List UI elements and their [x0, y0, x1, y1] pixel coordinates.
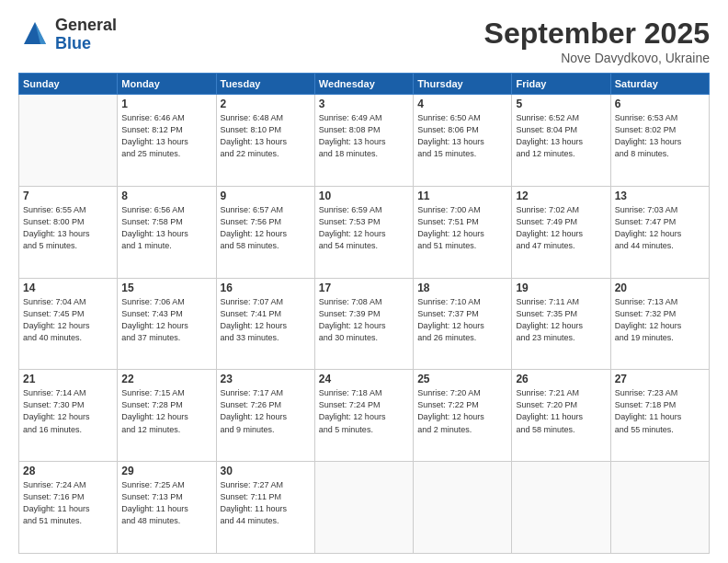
- day-cell: 16Sunrise: 7:07 AM Sunset: 7:41 PM Dayli…: [216, 278, 314, 370]
- day-number: 21: [23, 373, 113, 385]
- day-cell: 18Sunrise: 7:10 AM Sunset: 7:37 PM Dayli…: [414, 278, 512, 370]
- day-number: 10: [319, 190, 409, 202]
- day-cell: 9Sunrise: 6:57 AM Sunset: 7:56 PM Daylig…: [216, 186, 314, 278]
- day-info: Sunrise: 7:14 AM Sunset: 7:30 PM Dayligh…: [23, 387, 113, 435]
- title-block: September 2025 Nove Davydkovo, Ukraine: [484, 17, 710, 65]
- day-number: 30: [221, 465, 311, 477]
- weekday-header-tuesday: Tuesday: [216, 74, 314, 95]
- day-number: 28: [23, 465, 113, 477]
- day-number: 6: [615, 98, 705, 110]
- day-cell: 25Sunrise: 7:20 AM Sunset: 7:22 PM Dayli…: [414, 370, 512, 462]
- day-info: Sunrise: 7:21 AM Sunset: 7:20 PM Dayligh…: [516, 387, 606, 435]
- week-row-2: 7Sunrise: 6:55 AM Sunset: 8:00 PM Daylig…: [19, 186, 710, 278]
- day-number: 2: [221, 98, 311, 110]
- day-info: Sunrise: 6:49 AM Sunset: 8:08 PM Dayligh…: [319, 112, 409, 160]
- day-info: Sunrise: 6:57 AM Sunset: 7:56 PM Dayligh…: [221, 204, 311, 252]
- day-cell: 3Sunrise: 6:49 AM Sunset: 8:08 PM Daylig…: [314, 95, 413, 187]
- day-info: Sunrise: 7:27 AM Sunset: 7:11 PM Dayligh…: [221, 479, 311, 527]
- day-cell: 28Sunrise: 7:24 AM Sunset: 7:16 PM Dayli…: [19, 462, 118, 554]
- weekday-header-sunday: Sunday: [19, 74, 118, 95]
- day-info: Sunrise: 7:11 AM Sunset: 7:35 PM Dayligh…: [516, 296, 606, 344]
- day-number: 12: [516, 190, 606, 202]
- day-info: Sunrise: 7:03 AM Sunset: 7:47 PM Dayligh…: [615, 204, 705, 252]
- day-info: Sunrise: 6:52 AM Sunset: 8:04 PM Dayligh…: [516, 112, 606, 160]
- day-info: Sunrise: 7:15 AM Sunset: 7:28 PM Dayligh…: [121, 387, 211, 435]
- day-number: 26: [516, 373, 606, 385]
- day-info: Sunrise: 7:18 AM Sunset: 7:24 PM Dayligh…: [319, 387, 409, 435]
- day-number: 3: [319, 98, 409, 110]
- day-info: Sunrise: 7:06 AM Sunset: 7:43 PM Dayligh…: [121, 296, 211, 344]
- day-cell: 24Sunrise: 7:18 AM Sunset: 7:24 PM Dayli…: [314, 370, 413, 462]
- day-number: 16: [221, 282, 311, 294]
- day-info: Sunrise: 7:02 AM Sunset: 7:49 PM Dayligh…: [516, 204, 606, 252]
- day-info: Sunrise: 7:25 AM Sunset: 7:13 PM Dayligh…: [121, 479, 211, 527]
- day-info: Sunrise: 7:20 AM Sunset: 7:22 PM Dayligh…: [417, 387, 507, 435]
- day-cell: [19, 95, 118, 187]
- day-cell: 23Sunrise: 7:17 AM Sunset: 7:26 PM Dayli…: [216, 370, 314, 462]
- day-info: Sunrise: 6:56 AM Sunset: 7:58 PM Dayligh…: [121, 204, 211, 252]
- logo: General Blue: [18, 17, 117, 53]
- day-info: Sunrise: 7:00 AM Sunset: 7:51 PM Dayligh…: [417, 204, 507, 252]
- day-number: 19: [516, 282, 606, 294]
- day-number: 1: [121, 98, 211, 110]
- week-row-1: 1Sunrise: 6:46 AM Sunset: 8:12 PM Daylig…: [19, 95, 710, 187]
- day-cell: 2Sunrise: 6:48 AM Sunset: 8:10 PM Daylig…: [216, 95, 314, 187]
- day-cell: [512, 462, 610, 554]
- day-number: 8: [121, 190, 211, 202]
- day-cell: 19Sunrise: 7:11 AM Sunset: 7:35 PM Dayli…: [512, 278, 610, 370]
- day-cell: 10Sunrise: 6:59 AM Sunset: 7:53 PM Dayli…: [314, 186, 413, 278]
- day-number: 27: [615, 373, 705, 385]
- day-number: 11: [417, 190, 507, 202]
- day-cell: 15Sunrise: 7:06 AM Sunset: 7:43 PM Dayli…: [118, 278, 216, 370]
- day-number: 5: [516, 98, 606, 110]
- day-cell: 12Sunrise: 7:02 AM Sunset: 7:49 PM Dayli…: [512, 186, 610, 278]
- day-info: Sunrise: 6:59 AM Sunset: 7:53 PM Dayligh…: [319, 204, 409, 252]
- day-cell: 30Sunrise: 7:27 AM Sunset: 7:11 PM Dayli…: [216, 462, 314, 554]
- logo-general: General: [55, 17, 117, 35]
- location-title: Nove Davydkovo, Ukraine: [484, 51, 710, 65]
- weekday-header-wednesday: Wednesday: [314, 74, 413, 95]
- day-number: 18: [417, 282, 507, 294]
- week-row-5: 28Sunrise: 7:24 AM Sunset: 7:16 PM Dayli…: [19, 462, 710, 554]
- day-number: 9: [221, 190, 311, 202]
- day-number: 22: [121, 373, 211, 385]
- day-cell: 1Sunrise: 6:46 AM Sunset: 8:12 PM Daylig…: [118, 95, 216, 187]
- day-cell: 21Sunrise: 7:14 AM Sunset: 7:30 PM Dayli…: [19, 370, 118, 462]
- week-row-4: 21Sunrise: 7:14 AM Sunset: 7:30 PM Dayli…: [19, 370, 710, 462]
- day-cell: 8Sunrise: 6:56 AM Sunset: 7:58 PM Daylig…: [118, 186, 216, 278]
- day-number: 23: [221, 373, 311, 385]
- day-cell: [610, 462, 709, 554]
- page: General Blue September 2025 Nove Davydko…: [0, 0, 728, 563]
- day-info: Sunrise: 6:48 AM Sunset: 8:10 PM Dayligh…: [221, 112, 311, 160]
- day-info: Sunrise: 7:13 AM Sunset: 7:32 PM Dayligh…: [615, 296, 705, 344]
- logo-icon: [18, 18, 51, 52]
- day-cell: [314, 462, 413, 554]
- day-number: 4: [417, 98, 507, 110]
- day-number: 14: [23, 282, 113, 294]
- day-cell: 29Sunrise: 7:25 AM Sunset: 7:13 PM Dayli…: [118, 462, 216, 554]
- day-info: Sunrise: 7:07 AM Sunset: 7:41 PM Dayligh…: [221, 296, 311, 344]
- weekday-header-row: SundayMondayTuesdayWednesdayThursdayFrid…: [19, 74, 710, 95]
- calendar: SundayMondayTuesdayWednesdayThursdayFrid…: [18, 73, 710, 554]
- day-info: Sunrise: 6:50 AM Sunset: 8:06 PM Dayligh…: [417, 112, 507, 160]
- day-cell: 13Sunrise: 7:03 AM Sunset: 7:47 PM Dayli…: [610, 186, 709, 278]
- day-cell: 27Sunrise: 7:23 AM Sunset: 7:18 PM Dayli…: [610, 370, 709, 462]
- logo-blue: Blue: [55, 35, 117, 53]
- logo-text: General Blue: [55, 17, 117, 53]
- day-cell: 5Sunrise: 6:52 AM Sunset: 8:04 PM Daylig…: [512, 95, 610, 187]
- day-number: 13: [615, 190, 705, 202]
- day-number: 15: [121, 282, 211, 294]
- day-info: Sunrise: 7:10 AM Sunset: 7:37 PM Dayligh…: [417, 296, 507, 344]
- day-info: Sunrise: 7:08 AM Sunset: 7:39 PM Dayligh…: [319, 296, 409, 344]
- day-info: Sunrise: 7:04 AM Sunset: 7:45 PM Dayligh…: [23, 296, 113, 344]
- month-title: September 2025: [484, 17, 710, 51]
- week-row-3: 14Sunrise: 7:04 AM Sunset: 7:45 PM Dayli…: [19, 278, 710, 370]
- day-number: 20: [615, 282, 705, 294]
- day-info: Sunrise: 6:53 AM Sunset: 8:02 PM Dayligh…: [615, 112, 705, 160]
- day-cell: 17Sunrise: 7:08 AM Sunset: 7:39 PM Dayli…: [314, 278, 413, 370]
- day-cell: [414, 462, 512, 554]
- day-cell: 7Sunrise: 6:55 AM Sunset: 8:00 PM Daylig…: [19, 186, 118, 278]
- day-cell: 14Sunrise: 7:04 AM Sunset: 7:45 PM Dayli…: [19, 278, 118, 370]
- day-number: 25: [417, 373, 507, 385]
- weekday-header-saturday: Saturday: [610, 74, 709, 95]
